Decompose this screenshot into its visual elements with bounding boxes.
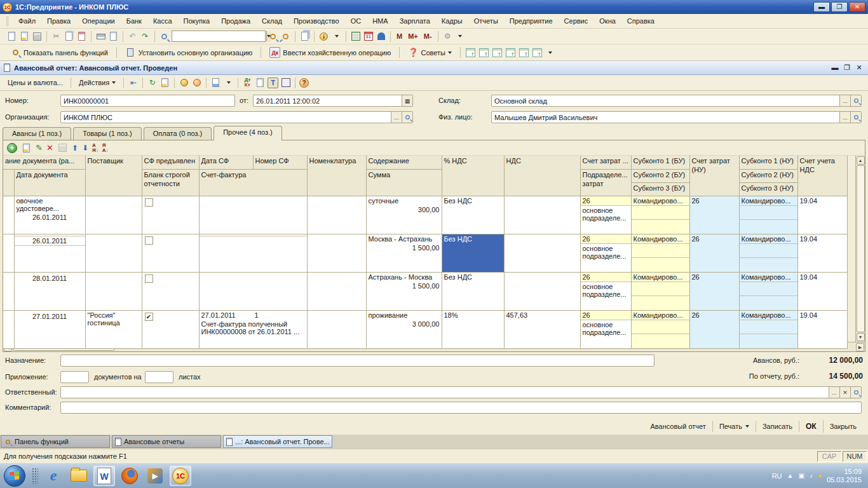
menu-hr[interactable]: Кадры: [437, 15, 468, 27]
menu-help[interactable]: Справка: [622, 15, 660, 27]
sort-desc-icon[interactable]: ЯА↓: [102, 143, 109, 153]
enter-operation-button[interactable]: Дк Ввести хозяйственную операцию: [266, 46, 395, 59]
table-row[interactable]: овочное удостовере...26.01.2011 суточные…: [3, 196, 847, 234]
col-sub2nu[interactable]: Субконто 2 (НУ): [739, 169, 797, 182]
col-sub3nu[interactable]: Субконто 3 (НУ): [739, 182, 797, 196]
menu-warehouse[interactable]: Склад: [257, 15, 287, 27]
move-up-icon[interactable]: ⬆: [72, 144, 78, 152]
new-icon[interactable]: [6, 31, 17, 42]
sf-checkbox-checked[interactable]: ✔: [145, 313, 153, 321]
print-button[interactable]: Печать: [713, 421, 756, 432]
structure-mode-icon[interactable]: Т: [268, 78, 278, 88]
calendar-icon[interactable]: 31: [363, 31, 374, 42]
col-cost-dept[interactable]: Подразделе... затрат: [580, 169, 631, 196]
menu-production[interactable]: Производство: [288, 15, 344, 27]
row-settings-icon[interactable]: [280, 78, 291, 88]
actions-button[interactable]: Действия: [75, 78, 119, 88]
menu-nma[interactable]: НМА: [367, 15, 393, 27]
warehouse-ellipsis-icon[interactable]: ...: [839, 95, 850, 106]
menu-enterprise[interactable]: Предприятие: [505, 15, 558, 27]
col-vat[interactable]: НДС: [504, 156, 580, 196]
menu-os[interactable]: ОС: [346, 15, 367, 27]
table-row[interactable]: 26.01.2011 Москва - Астрахань1 500,00 Бе…: [3, 234, 847, 272]
explorer-taskbar-icon[interactable]: [68, 466, 90, 486]
report-table2-icon[interactable]: Т: [478, 47, 489, 58]
date-field[interactable]: 26.01.2011 12:00:02 ▦: [253, 95, 413, 107]
print-preview-icon[interactable]: [108, 31, 119, 42]
prices-currency-button[interactable]: Цены и валюта...: [4, 78, 67, 88]
col-content[interactable]: Содержание: [366, 156, 442, 169]
delete-row-icon[interactable]: ✕: [46, 143, 53, 152]
wrench-icon[interactable]: ⚙: [442, 31, 453, 42]
attachment-sheets-field[interactable]: [145, 371, 173, 383]
org-ellipsis-icon[interactable]: ...: [391, 112, 402, 123]
sf-checkbox[interactable]: [145, 274, 153, 283]
mediaplayer-taskbar-icon[interactable]: ▶: [144, 466, 166, 486]
copy-window-icon[interactable]: [299, 31, 310, 42]
add-row-icon[interactable]: +: [7, 143, 17, 153]
memory-minus-button[interactable]: M-: [422, 32, 434, 40]
col-doc-name[interactable]: ание документа (ра...: [3, 156, 85, 169]
firefox-taskbar-icon[interactable]: [119, 466, 140, 486]
col-cost-acct[interactable]: Счет затрат ...: [580, 156, 631, 169]
word-taskbar-icon[interactable]: W: [93, 466, 115, 486]
col-sub1bu[interactable]: Субконто 1 (БУ): [631, 156, 689, 169]
taskbar-clock[interactable]: 15:09 05.03.2015: [827, 468, 862, 484]
dtkt-icon[interactable]: ДтКт: [242, 78, 253, 88]
output-dropdown-icon[interactable]: [223, 78, 234, 88]
user-lock-icon[interactable]: [376, 31, 386, 42]
col-strict-form[interactable]: Бланк строгой отчетности: [142, 169, 199, 196]
tab-payment[interactable]: Оплата (0 поз.): [144, 127, 212, 140]
org-field[interactable]: ИНКОМ ПЛЮС ...: [60, 111, 413, 123]
col-sf-date[interactable]: Дата СФ: [199, 156, 253, 169]
col-sub1nu[interactable]: Субконто 1 (НУ): [739, 156, 797, 169]
attachment-docs-field[interactable]: [60, 371, 89, 383]
menu-operations[interactable]: Операции: [77, 15, 119, 27]
tab-other[interactable]: Прочее (4 поз.): [214, 126, 281, 140]
copy-row-icon[interactable]: [21, 142, 32, 153]
purpose-field[interactable]: [60, 355, 654, 367]
col-sub2bu[interactable]: Субконто 2 (БУ): [631, 169, 689, 182]
find-next-icon[interactable]: [268, 31, 278, 42]
wrench-dropdown-icon[interactable]: [455, 31, 466, 42]
search-combo[interactable]: [172, 30, 266, 42]
onec-taskbar-icon[interactable]: 1С: [170, 466, 191, 486]
redo-icon[interactable]: ↷: [140, 31, 151, 42]
col-doc-date[interactable]: Дата документа: [14, 169, 85, 196]
sf-checkbox[interactable]: [145, 236, 153, 245]
col-sf-number[interactable]: Номер СФ: [253, 156, 307, 169]
doc-restore-button[interactable]: ❐: [842, 64, 852, 72]
report-table6-icon[interactable]: Т: [532, 47, 543, 58]
number-field[interactable]: ИНК00000001: [60, 95, 235, 107]
selected-cell[interactable]: Без НДС: [442, 234, 504, 272]
write-button[interactable]: Записать: [756, 421, 799, 432]
save-icon[interactable]: [32, 31, 43, 42]
open-icon[interactable]: [19, 31, 30, 42]
tab-advances[interactable]: Авансы (1 поз.): [3, 127, 71, 140]
menu-purchase[interactable]: Покупка: [179, 15, 215, 27]
unpost-icon[interactable]: [191, 78, 202, 88]
doc-minimize-button[interactable]: ▬: [830, 64, 840, 72]
show-function-panel-button[interactable]: Показать панель функций: [6, 46, 112, 59]
help-icon[interactable]: ?: [299, 78, 309, 88]
responsible-clear-icon[interactable]: ✕: [839, 387, 850, 398]
col-sub3bu[interactable]: Субконто 3 (БУ): [631, 182, 689, 196]
post-icon[interactable]: [179, 78, 189, 88]
journal-icon[interactable]: [255, 78, 266, 88]
restore-button[interactable]: ❐: [831, 2, 848, 12]
comment-field[interactable]: [60, 402, 862, 414]
table-row[interactable]: 27.01.2011 "Россия" гостиница ✔ 27.01.20…: [3, 310, 847, 348]
sf-checkbox[interactable]: [145, 198, 153, 207]
person-field[interactable]: Малышев Дмитрий Васильевич ...: [491, 111, 862, 123]
menu-salary[interactable]: Зарплата: [395, 15, 435, 27]
menu-windows[interactable]: Окна: [594, 15, 621, 27]
refresh-icon[interactable]: ↻: [147, 78, 158, 88]
person-open-icon[interactable]: [850, 112, 861, 123]
col-sf-present[interactable]: СФ предъявлен: [142, 156, 199, 169]
cut-icon[interactable]: ✂: [51, 31, 62, 42]
responsible-open-icon[interactable]: [850, 387, 861, 398]
col-invoice[interactable]: Счет-фактура: [199, 169, 307, 196]
vertical-scrollbar[interactable]: ▲ ▼: [855, 156, 865, 342]
display-tray-icon[interactable]: ▣: [798, 472, 804, 479]
menu-sale[interactable]: Продажа: [216, 15, 255, 27]
